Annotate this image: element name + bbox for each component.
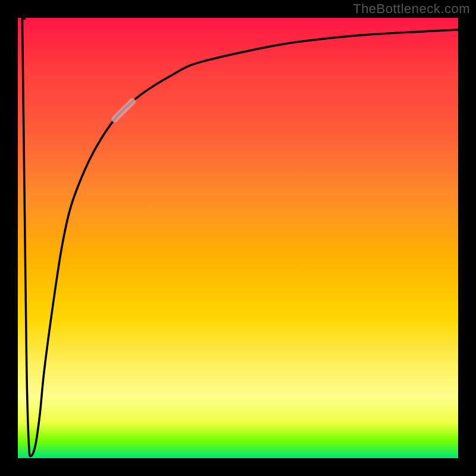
chart-container: TheBottleneck.com <box>0 0 476 476</box>
plot-area <box>18 18 458 458</box>
bottleneck-curve-path <box>22 18 458 456</box>
watermark-text: TheBottleneck.com <box>353 1 470 17</box>
curve-svg <box>18 18 458 458</box>
highlight-segment <box>115 102 133 120</box>
